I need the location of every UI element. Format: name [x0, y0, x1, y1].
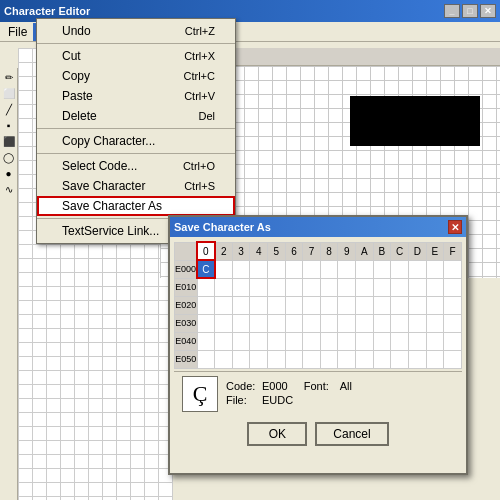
cell-E010-E[interactable] — [426, 278, 444, 296]
cell-E040-8[interactable] — [320, 332, 338, 350]
cell-E020-E[interactable] — [426, 296, 444, 314]
cell-E020-A[interactable] — [355, 296, 373, 314]
cell-E040-B[interactable] — [373, 332, 391, 350]
cell-E030-3[interactable] — [232, 314, 250, 332]
col-header-2: 2 — [215, 242, 233, 260]
cell-E000-6[interactable] — [285, 260, 303, 278]
cell-E010-D[interactable] — [408, 278, 426, 296]
cell-E020-C[interactable] — [391, 296, 409, 314]
cell-E040-5[interactable] — [268, 332, 286, 350]
cell-E010-7[interactable] — [303, 278, 321, 296]
cell-E040-0[interactable] — [197, 332, 215, 350]
cell-E000-F[interactable] — [444, 260, 462, 278]
cell-E050-6[interactable] — [285, 350, 303, 368]
cell-E030-9[interactable] — [338, 314, 356, 332]
cell-E050-D[interactable] — [408, 350, 426, 368]
cell-E010-9[interactable] — [338, 278, 356, 296]
cell-E010-C[interactable] — [391, 278, 409, 296]
cell-E010-0[interactable] — [197, 278, 215, 296]
cell-E020-4[interactable] — [250, 296, 268, 314]
cell-E020-9[interactable] — [338, 296, 356, 314]
cell-E010-4[interactable] — [250, 278, 268, 296]
cell-E040-E[interactable] — [426, 332, 444, 350]
cell-E030-E[interactable] — [426, 314, 444, 332]
grid-row-E010: E010 — [175, 278, 462, 296]
cell-E000-2[interactable] — [215, 260, 233, 278]
cell-E020-0[interactable] — [197, 296, 215, 314]
cell-E030-F[interactable] — [444, 314, 462, 332]
cell-E050-4[interactable] — [250, 350, 268, 368]
cell-E020-F[interactable] — [444, 296, 462, 314]
cell-E030-B[interactable] — [373, 314, 391, 332]
cell-E030-4[interactable] — [250, 314, 268, 332]
cell-E040-9[interactable] — [338, 332, 356, 350]
cell-E050-C[interactable] — [391, 350, 409, 368]
cell-E030-0[interactable] — [197, 314, 215, 332]
ok-button[interactable]: OK — [247, 422, 307, 446]
cell-E050-2[interactable] — [215, 350, 233, 368]
cell-E010-F[interactable] — [444, 278, 462, 296]
cell-E030-A[interactable] — [355, 314, 373, 332]
col-header-6: 6 — [285, 242, 303, 260]
cell-E000-E[interactable] — [426, 260, 444, 278]
cell-E010-A[interactable] — [355, 278, 373, 296]
cell-E040-2[interactable] — [215, 332, 233, 350]
cancel-button[interactable]: Cancel — [315, 422, 388, 446]
cell-E030-7[interactable] — [303, 314, 321, 332]
cell-E000-B[interactable] — [373, 260, 391, 278]
cell-E010-6[interactable] — [285, 278, 303, 296]
cell-E020-3[interactable] — [232, 296, 250, 314]
cell-E020-6[interactable] — [285, 296, 303, 314]
cell-E010-5[interactable] — [268, 278, 286, 296]
cell-E000-7[interactable] — [303, 260, 321, 278]
cell-E040-D[interactable] — [408, 332, 426, 350]
cell-E020-2[interactable] — [215, 296, 233, 314]
cell-E050-F[interactable] — [444, 350, 462, 368]
cell-E010-2[interactable] — [215, 278, 233, 296]
save-char-as-dialog: Save Character As ✕ 0 2 3 4 5 6 — [168, 215, 468, 475]
cell-E020-7[interactable] — [303, 296, 321, 314]
cell-E040-7[interactable] — [303, 332, 321, 350]
cell-E050-0[interactable] — [197, 350, 215, 368]
cell-E040-F[interactable] — [444, 332, 462, 350]
cell-E030-6[interactable] — [285, 314, 303, 332]
cell-E040-6[interactable] — [285, 332, 303, 350]
cell-E000-9[interactable] — [338, 260, 356, 278]
cell-E050-3[interactable] — [232, 350, 250, 368]
cell-E030-2[interactable] — [215, 314, 233, 332]
cell-E040-A[interactable] — [355, 332, 373, 350]
cell-E050-5[interactable] — [268, 350, 286, 368]
row-header-E000: E000 — [175, 260, 198, 278]
cell-E030-8[interactable] — [320, 314, 338, 332]
cell-E020-D[interactable] — [408, 296, 426, 314]
cell-E000-3[interactable] — [232, 260, 250, 278]
cell-E000-5[interactable] — [268, 260, 286, 278]
dialog-close-button[interactable]: ✕ — [448, 220, 462, 234]
col-header-D: D — [408, 242, 426, 260]
cell-E000-8[interactable] — [320, 260, 338, 278]
cell-E040-4[interactable] — [250, 332, 268, 350]
cell-E050-B[interactable] — [373, 350, 391, 368]
cell-E000-D[interactable] — [408, 260, 426, 278]
cell-E010-B[interactable] — [373, 278, 391, 296]
cell-E000-A[interactable] — [355, 260, 373, 278]
cell-E040-C[interactable] — [391, 332, 409, 350]
cell-E020-8[interactable] — [320, 296, 338, 314]
cell-E000-C[interactable] — [391, 260, 409, 278]
cell-E050-7[interactable] — [303, 350, 321, 368]
cell-E030-C[interactable] — [391, 314, 409, 332]
cell-E020-B[interactable] — [373, 296, 391, 314]
cell-E050-9[interactable] — [338, 350, 356, 368]
cell-E010-8[interactable] — [320, 278, 338, 296]
cell-E030-5[interactable] — [268, 314, 286, 332]
cell-E050-E[interactable] — [426, 350, 444, 368]
cell-E030-D[interactable] — [408, 314, 426, 332]
cell-E010-3[interactable] — [232, 278, 250, 296]
cell-E020-5[interactable] — [268, 296, 286, 314]
cell-E050-A[interactable] — [355, 350, 373, 368]
cell-E000-0[interactable]: C — [197, 260, 215, 278]
cell-E000-4[interactable] — [250, 260, 268, 278]
cell-E040-3[interactable] — [232, 332, 250, 350]
font-label: Font: — [304, 380, 334, 392]
cell-E050-8[interactable] — [320, 350, 338, 368]
